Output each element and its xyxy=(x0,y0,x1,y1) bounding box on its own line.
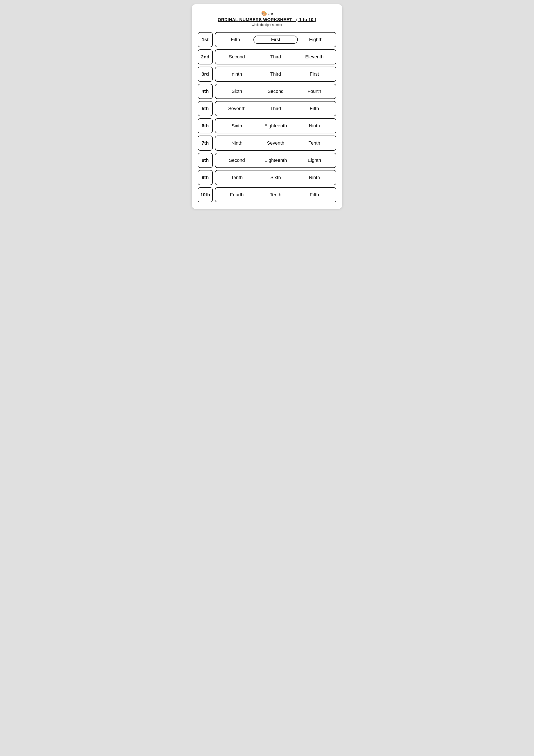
option-text: Eighteenth xyxy=(256,157,295,163)
worksheet-row: 6thSixthEighteenthNinth xyxy=(198,118,336,133)
option-text: Eighth xyxy=(295,157,334,163)
worksheet-row: 3rdninthThirdFirst xyxy=(198,67,336,82)
options-cell: NinthSeventhTenth xyxy=(215,136,336,150)
ordinal-cell: 2nd xyxy=(198,49,213,65)
worksheet-row: 5thSeventhThirdFifth xyxy=(198,101,336,116)
option-text: Tenth xyxy=(256,192,295,198)
worksheet-row: 9thTenthSixthNinth xyxy=(198,170,336,185)
ordinal-cell: 5th xyxy=(198,101,213,116)
options-cell: SecondEighteenthEighth xyxy=(215,153,336,168)
options-cell: TenthSixthNinth xyxy=(215,170,336,185)
ordinal-cell: 8th xyxy=(198,153,213,168)
option-text: Ninth xyxy=(295,123,334,129)
rows-container: 1stFifthFirstEighth2ndSecondThirdElevent… xyxy=(198,32,336,202)
option-text: Third xyxy=(256,54,295,60)
options-cell: SecondThirdEleventh xyxy=(215,49,336,65)
option-text: Fifth xyxy=(295,192,334,198)
option-text: Seventh xyxy=(256,140,295,146)
worksheet-row: 2ndSecondThirdEleventh xyxy=(198,49,336,65)
worksheet-row: 1stFifthFirstEighth xyxy=(198,32,336,47)
options-cell: SixthEighteenthNinth xyxy=(215,118,336,133)
option-text: Third xyxy=(256,71,295,77)
worksheet-row: 4thSixthSecondFourth xyxy=(198,84,336,99)
header: 🎨 Ira ORDINAL NUMBERS WORKSHEET - ( 1 to… xyxy=(198,11,336,30)
worksheet-row: 8thSecondEighteenthEighth xyxy=(198,153,336,168)
options-cell: FourthTenthFifth xyxy=(215,187,336,202)
options-cell: SeventhThirdFifth xyxy=(215,101,336,116)
logo-area: 🎨 Ira xyxy=(261,11,273,16)
option-text: Eleventh xyxy=(295,54,334,60)
option-text: First xyxy=(295,71,334,77)
ordinal-cell: 6th xyxy=(198,118,213,133)
worksheet-page: 🎨 Ira ORDINAL NUMBERS WORKSHEET - ( 1 to… xyxy=(191,4,343,209)
option-text: Second xyxy=(217,54,256,60)
option-text: Third xyxy=(256,106,295,111)
option-text: Fourth xyxy=(217,192,256,198)
option-text: Seventh xyxy=(217,106,256,111)
option-text: Second xyxy=(256,89,295,94)
option-text: Tenth xyxy=(217,175,256,180)
ordinal-cell: 10th xyxy=(198,187,213,202)
option-text: Ninth xyxy=(217,140,256,146)
option-text: First xyxy=(253,36,298,44)
option-text: ninth xyxy=(217,71,256,77)
option-text: Ninth xyxy=(295,175,334,180)
option-text: Tenth xyxy=(295,140,334,146)
option-text: Eighteenth xyxy=(256,123,295,129)
option-text: Fifth xyxy=(217,37,253,42)
options-cell: ninthThirdFirst xyxy=(215,67,336,82)
option-text: Second xyxy=(217,157,256,163)
ordinal-cell: 9th xyxy=(198,170,213,185)
option-text: Fourth xyxy=(295,89,334,94)
ordinal-cell: 4th xyxy=(198,84,213,99)
logo-icon: 🎨 xyxy=(261,11,267,16)
option-text: Sixth xyxy=(217,89,256,94)
option-text: Sixth xyxy=(256,175,295,180)
ordinal-cell: 3rd xyxy=(198,67,213,82)
option-text: Eighth xyxy=(298,37,334,42)
option-text: Sixth xyxy=(217,123,256,129)
options-cell: FifthFirstEighth xyxy=(215,32,336,47)
ordinal-cell: 7th xyxy=(198,136,213,150)
option-text: Fifth xyxy=(295,106,334,111)
worksheet-subtitle: Circle the right number xyxy=(252,23,282,27)
ordinal-cell: 1st xyxy=(198,32,213,47)
worksheet-row: 7thNinthSeventhTenth xyxy=(198,136,336,150)
logo-text: Ira xyxy=(268,12,273,16)
worksheet-title: ORDINAL NUMBERS WORKSHEET - ( 1 to 10 ) xyxy=(218,17,316,22)
options-cell: SixthSecondFourth xyxy=(215,84,336,99)
worksheet-row: 10thFourthTenthFifth xyxy=(198,187,336,202)
